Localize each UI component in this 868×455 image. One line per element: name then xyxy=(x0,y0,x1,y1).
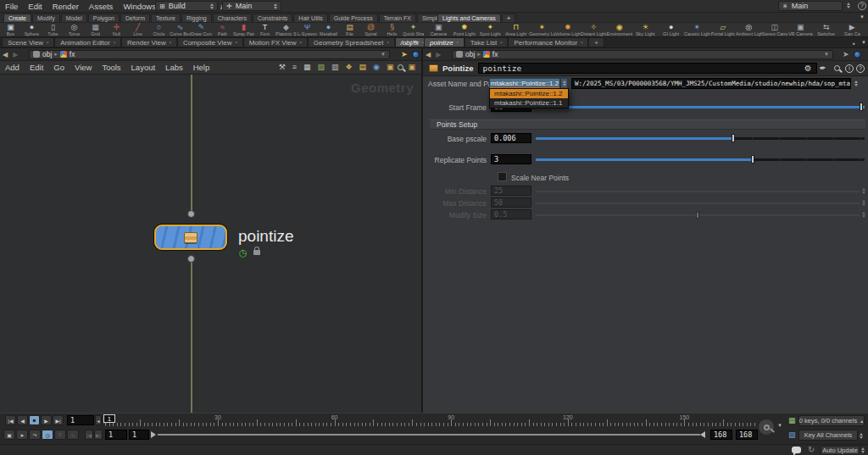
wrench-icon[interactable]: ⚒ xyxy=(279,64,286,71)
tool-portal-light[interactable]: ▱Portal Light xyxy=(710,23,737,36)
tab-close-icon[interactable]: ▪ xyxy=(300,40,302,45)
network-menu-labs[interactable]: Labs xyxy=(160,63,188,72)
pane-tab-render-view[interactable]: Render View▪ xyxy=(121,37,177,47)
stop-button[interactable]: ■ xyxy=(29,415,40,425)
clock-toggle-button[interactable]: ◷ xyxy=(42,430,53,440)
left-pane-window-icon[interactable]: ▪ xyxy=(405,40,408,47)
param-back-arrow-icon[interactable]: ◀ xyxy=(423,51,433,58)
pin-icon[interactable]: ➤ xyxy=(401,51,408,58)
asset-path-spinner[interactable] xyxy=(854,80,858,86)
info-icon[interactable]: i xyxy=(845,64,854,73)
tool-vr-camera[interactable]: ▣VR Camera xyxy=(787,23,814,36)
breadcrumb-obj[interactable]: obj xyxy=(42,50,52,58)
range-slider-bar[interactable] xyxy=(158,434,700,436)
network-menu-layout[interactable]: Layout xyxy=(126,63,161,72)
desktop-selector[interactable]: ⊞ Build xyxy=(155,1,218,11)
network-path-field[interactable]: obj ▸ fx ▼ xyxy=(29,50,390,59)
shelf-tab-model[interactable]: Model xyxy=(61,14,87,22)
add-shelf-tab-button-right[interactable]: + xyxy=(502,14,516,22)
image-plane-icon[interactable]: ▧ xyxy=(317,64,325,71)
tab-close-icon[interactable]: ▪ xyxy=(47,40,48,45)
replicate-points-field[interactable]: 3 xyxy=(491,154,531,164)
tool-l-system[interactable]: ΨL-System xyxy=(297,23,318,36)
right-pane-window-icon[interactable]: ▪ xyxy=(853,40,855,47)
network-menu-go[interactable]: Go xyxy=(48,63,70,72)
tool-ambient-light[interactable]: ◎Ambient Light xyxy=(736,23,762,36)
tool-geometry-light[interactable]: ✶Geometry Light xyxy=(529,23,555,36)
network-menu-help[interactable]: Help xyxy=(188,63,215,72)
panel-tab-performance-monitor[interactable]: Performance Monitor▪ xyxy=(508,37,588,47)
path-dropdown-icon[interactable]: ▼ xyxy=(381,52,386,57)
tool-helix[interactable]: §Helix xyxy=(381,23,403,36)
param-breadcrumb-obj[interactable]: obj xyxy=(465,50,475,58)
pane-tab-scene-view[interactable]: Scene View▪ xyxy=(2,37,54,47)
current-frame-marker[interactable]: 1 xyxy=(103,414,115,423)
radial-menu-selector[interactable]: ✳ Main xyxy=(778,1,843,11)
panel-tab-pointize[interactable]: pointize▪ xyxy=(424,37,465,47)
shelf-tab-constraints[interactable]: Constraints xyxy=(253,14,292,22)
tool-stereo-camera[interactable]: ◫Stereo Camera xyxy=(762,23,788,36)
shelf-tab-create[interactable]: Create xyxy=(3,14,31,22)
shelf-tab-characters[interactable]: Characters xyxy=(213,14,252,22)
prev-frame-button[interactable]: ◂ xyxy=(95,415,102,425)
timeline-ruler[interactable]: 1 306090120150 xyxy=(105,414,754,427)
set-key-button[interactable] xyxy=(758,419,775,436)
next-key-button[interactable]: ▶| xyxy=(94,430,103,440)
channel-editor-icon[interactable]: ▧ xyxy=(788,431,796,439)
tool-gan-ca[interactable]: ▶Gan Ca xyxy=(839,23,865,36)
tool-null[interactable]: ✛Null xyxy=(106,23,127,36)
play-reverse-button[interactable]: ◀ xyxy=(17,415,28,425)
back-arrow-icon[interactable]: ◀ xyxy=(0,51,10,58)
network-menu-edit[interactable]: Edit xyxy=(25,63,48,72)
asset-version-option[interactable]: mtakashi::Pointize::1.2 xyxy=(490,89,568,98)
gear-icon[interactable]: ⚙ xyxy=(804,64,812,73)
shelf-tab-modify[interactable]: Modify xyxy=(32,14,60,22)
points-setup-section[interactable]: Points Setup xyxy=(430,119,865,130)
start-frame-slider[interactable] xyxy=(536,102,865,112)
shelf-tab-deform[interactable]: Deform xyxy=(120,14,150,22)
tool-platonic-solids[interactable]: ◆Platonic Solids xyxy=(275,23,297,36)
tab-close-icon[interactable]: ▪ xyxy=(581,40,582,45)
tool-curve-bezier[interactable]: ∿Curve Bezier xyxy=(170,23,191,36)
node-label[interactable]: pointize xyxy=(238,227,294,246)
snapshot-icon[interactable]: ◉ xyxy=(373,64,380,71)
replicate-points-slider[interactable] xyxy=(536,154,865,164)
range-end-field-2[interactable]: 168 xyxy=(736,430,758,440)
color-palette-icon[interactable]: ❖ xyxy=(346,64,353,71)
scale-near-points-checkbox[interactable] xyxy=(498,172,507,181)
pointize-node[interactable] xyxy=(154,225,227,250)
go-to-start-button[interactable]: |◀ xyxy=(5,415,16,425)
pane-tab-motion-fx-view[interactable]: Motion FX View▪ xyxy=(243,37,308,47)
left-pane-menu-icon[interactable]: ▼ xyxy=(414,40,419,45)
tool-environment-light[interactable]: ◉Environment Light xyxy=(607,23,633,36)
keyframe-grid-icon[interactable]: ▦ xyxy=(788,417,796,424)
range-start-field-2[interactable]: 1 xyxy=(129,430,149,440)
audio-toggle-button[interactable]: ∿ xyxy=(67,430,79,440)
tool-quick-shapes[interactable]: ✦Quick Shapes xyxy=(403,23,424,36)
tool-draw-curve[interactable]: ✎Draw Curve xyxy=(191,23,212,36)
tool-path[interactable]: ≈Path xyxy=(212,23,233,36)
menu-assets[interactable]: Assets xyxy=(84,0,119,12)
base-pscale-slider[interactable] xyxy=(536,133,865,143)
tab-close-icon[interactable]: ▪ xyxy=(457,40,459,45)
linked-globe-icon[interactable] xyxy=(412,51,420,58)
range-slider-right-handle[interactable] xyxy=(700,431,705,438)
keys-channels-button[interactable]: 0 keys, 0/0 channels ▲ xyxy=(798,415,865,426)
current-frame-field[interactable]: 1 xyxy=(67,415,94,425)
shelf-tab-polygon[interactable]: Polygon xyxy=(88,14,120,22)
tool-tube[interactable]: ▯Tube xyxy=(42,23,64,36)
shelf-tab-rigging[interactable]: Rigging xyxy=(181,14,212,22)
tool-box[interactable]: ▣Box xyxy=(0,23,21,36)
tool-torus[interactable]: ◎Torus xyxy=(64,23,85,36)
tool-circle[interactable]: ○Circle xyxy=(148,23,170,36)
pane-tab-geometry-spreadsheet[interactable]: Geometry Spreadsheet▪ xyxy=(308,37,395,47)
param-pin-icon[interactable]: ➤ xyxy=(843,51,849,58)
tool-sphere[interactable]: ●Sphere xyxy=(21,23,42,36)
tab-close-icon[interactable]: ▪ xyxy=(114,40,115,45)
shelf-set-selector[interactable]: ✛ Main xyxy=(222,1,281,11)
range-end-field[interactable]: 168 xyxy=(710,430,732,440)
panel-tab-take-list[interactable]: Take List▪ xyxy=(465,37,509,47)
node-name-field[interactable]: pointize xyxy=(478,63,817,74)
asset-version-option[interactable]: mtakashi::Pointize::1.1 xyxy=(490,98,568,108)
auto-update-spinner[interactable] xyxy=(861,447,865,453)
